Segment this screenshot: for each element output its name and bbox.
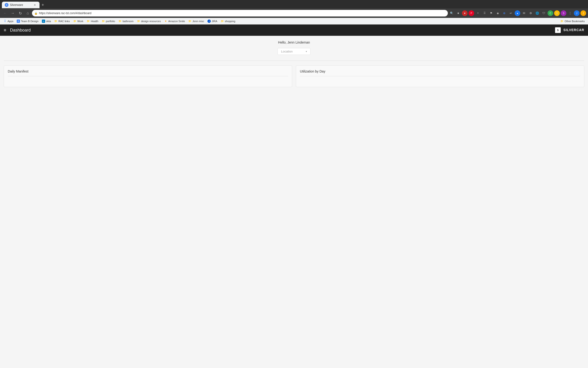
bookmark-jenn-misc-label: Jenn misc [192,20,204,23]
lock-icon: 🔒 [34,12,38,15]
back-button[interactable]: ← [2,10,9,17]
greeting-text: Hello, Jenn Lindeman [4,40,584,44]
daily-manifest-title: Daily Manifest [8,69,288,73]
tab-bar: S Silverware × + [0,0,588,9]
silvercar-logo: S SILVERCAR [555,27,584,33]
bookmark-work[interactable]: 📁 Work [72,19,85,23]
bookmark-jenn-misc[interactable]: 📁 Jenn misc [187,19,206,23]
bookmark-bathroom[interactable]: 📁 bathroom [117,19,135,23]
content-divider [4,61,584,61]
bookmark-work-label: Work [77,20,83,23]
profile-icon[interactable]: J [574,10,579,16]
location-select[interactable]: Location ▾ [278,48,310,55]
silvercar-logo-icon: S [555,27,561,33]
jira-icon: J [207,19,211,23]
bookmark-portfolio-label: portfolio [106,20,115,23]
bookmark-star-icon[interactable]: ★ [455,10,461,16]
extension-icon-mail[interactable]: ✉ [521,10,527,16]
other-bookmarks[interactable]: 📁 Other Bookmarks [559,19,586,23]
daily-manifest-card: Daily Manifest [4,65,292,87]
extension-icon-gear[interactable]: ⚙ [528,10,534,16]
bookmark-amazon-label: Amazon Smile [168,20,185,23]
bookmark-apps[interactable]: ⠿ Apps [2,19,15,23]
browser-chrome: S Silverware × + ← → ↻ ⌂ 🔒 https://silve… [0,0,588,25]
folder-icon: 📁 [73,19,76,23]
profile-avatar[interactable]: J [580,10,586,16]
utilization-by-day-title: Utilization by Day [300,69,580,73]
folder-icon: 📁 [118,19,122,23]
chevron-down-icon: ▾ [306,50,307,53]
reload-button[interactable]: ↻ [17,10,24,17]
tab-favicon: S [5,3,9,7]
extension-icon-red[interactable]: ▼ [462,10,468,16]
location-placeholder: Location [281,50,293,53]
extension-icon-dot[interactable]: • [475,10,481,16]
browser-icons-right: 🔍 ★ ▼ P • ⠿ ⚑ ◈ ⊕ ↩ ● ✉ ⚙ 🌐 🛡 C $ S ⋮ J … [449,10,586,16]
bookmark-okta-label: okta [46,20,51,23]
cards-row: Daily Manifest Utilization by Day [4,65,584,87]
browser-controls: ← → ↻ ⌂ 🔒 https://silverware.rac-tst.com… [0,9,588,18]
apps-icon: ⠿ [3,19,7,23]
extension-icon-coin[interactable]: $ [554,10,560,16]
bookmark-health[interactable]: 📁 Health [85,19,100,23]
extension-icon-globe[interactable]: 🌐 [534,10,540,16]
active-tab[interactable]: S Silverware × [2,2,40,8]
extension-icon-flag[interactable]: ⚑ [488,10,494,16]
okta-icon: o [42,19,45,23]
bookmark-shopping-label: shopping [225,20,236,23]
bookmark-health-label: Health [91,20,98,23]
bookmarks-bar: ⠿ Apps B Team B Design o okta 📁 RAC link… [0,18,588,25]
bookmark-apps-label: Apps [8,20,13,23]
utilization-by-day-content [300,76,580,83]
tab-close-button[interactable]: × [33,3,37,7]
folder-icon: 📁 [188,19,192,23]
folder-icon: 📁 [87,19,90,23]
extension-icon-arrow[interactable]: ↩ [508,10,514,16]
bookmark-portfolio[interactable]: 📁 portfolio [100,19,116,23]
extension-icon-chrome[interactable]: ⊕ [501,10,507,16]
silvercar-logo-text: SILVERCAR [563,28,584,32]
folder-icon: 📁 [102,19,105,23]
search-icon[interactable]: 🔍 [449,10,454,16]
bookmark-team-b-label: Team B Design [21,20,39,23]
bookmarks-right: 📁 Other Bookmarks [559,19,586,23]
address-bar[interactable]: 🔒 https://silverware.rac-tst.com/#/dashb… [32,10,448,17]
extension-icon-extra[interactable]: ⋮ [567,10,573,16]
url-text: https://silverware.rac-tst.com/#/dashboa… [39,11,446,15]
hamburger-menu-icon[interactable]: ≡ [4,28,6,33]
bookmark-jira[interactable]: J JIRA [206,19,219,23]
extension-icon-blue[interactable]: ● [515,10,520,16]
extension-icon-c[interactable]: C [548,10,553,16]
new-tab-button[interactable]: + [40,2,46,8]
app-nav: ≡ Dashboard S SILVERCAR [0,25,588,36]
bookmark-design-resources-label: design resources [141,20,161,23]
other-bookmarks-label: Other Bookmarks [564,20,585,23]
folder-icon: 📁 [221,19,224,23]
extension-icon-grid[interactable]: ⠿ [482,10,487,16]
bookmark-bathroom-label: bathroom [123,20,133,23]
extension-icon-shield[interactable]: 🛡 [541,10,547,16]
bookmark-team-b[interactable]: B Team B Design [15,19,40,23]
bookmark-design-resources[interactable]: 📁 design resources [135,19,162,23]
bookmark-amazon-smile[interactable]: ★ Amazon Smile [163,19,186,23]
amazon-icon: ★ [164,19,167,23]
extension-icon-cube[interactable]: ◈ [495,10,500,16]
app-content: Hello, Jenn Lindeman Location ▾ Daily Ma… [0,36,588,368]
folder-icon: 📁 [560,19,563,23]
folder-icon: 📁 [137,19,140,23]
bookmark-rac-links-label: RAC links [58,20,70,23]
bookmark-rac-links[interactable]: 📁 RAC links [53,19,71,23]
team-b-icon: B [17,19,20,23]
extension-icon-pinterest[interactable]: P [468,10,474,16]
location-dropdown-wrapper: Location ▾ [4,48,584,55]
daily-manifest-content [8,76,288,83]
home-button[interactable]: ⌂ [25,10,31,17]
extension-icon-s[interactable]: S [561,10,566,16]
tab-title: Silverware [10,3,32,7]
utilization-by-day-card: Utilization by Day [296,65,584,87]
bookmark-okta[interactable]: o okta [40,19,53,23]
bookmark-jira-label: JIRA [212,20,217,23]
forward-button[interactable]: → [9,10,16,17]
folder-icon: 📁 [54,19,57,23]
bookmark-shopping[interactable]: 📁 shopping [219,19,237,23]
